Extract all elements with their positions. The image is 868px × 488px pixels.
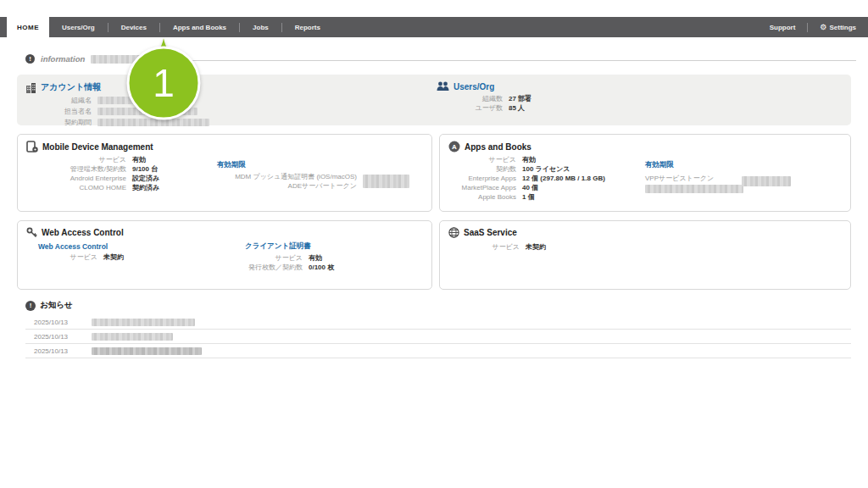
notice-item[interactable]: 2025/10/13 [25,315,851,330]
row-value: 未契約 [526,242,546,252]
redacted-value [92,333,173,341]
mdm-push-cert-label: MDM プッシュ通知証明書 (iOS/macOS) [217,173,357,182]
notices-list: 2025/10/13 2025/10/13 2025/10/13 [25,315,851,358]
row-value: 1 個 [522,192,535,202]
device-gear-icon [26,141,38,152]
row-user-count: ユーザ数 85 人 [437,103,531,113]
mdm-expiry-link[interactable]: 有効期限 [217,160,409,170]
info-balloon-icon: ! [25,54,35,64]
row-value: 40 個 [522,183,538,192]
mdm-expiry-section: 有効期限 MDM プッシュ通知証明書 (iOS/macOS) ADEサーバートー… [217,160,409,191]
row-value: 未契約 [103,252,124,262]
information-label: information [41,54,85,64]
tab-jobs[interactable]: Jobs [240,17,281,37]
users-org-title[interactable]: Users/Org [437,81,531,92]
row-label: MarketPlace Apps [448,183,522,192]
tab-home[interactable]: HOME [7,17,49,37]
marker-number: 1 [153,61,175,105]
row-value: 有効 [132,155,146,164]
apps-books-card-title: A Apps and Books [448,141,842,152]
building-icon [25,82,36,93]
row-label: サービス [448,155,522,164]
users-org-title-text: Users/Org [453,82,494,92]
row-label: 組織名 [25,96,97,105]
row-label: 担当者名 [25,107,97,116]
client-cert-section: クライアント証明書 サービス 有効 発行枚数／契約数 0/100 枚 [245,241,334,272]
notice-item[interactable]: 2025/10/13 [25,344,851,358]
row-label: ユーザ数 [437,103,509,113]
support-link[interactable]: Support [768,24,798,31]
mdm-card: Mobile Device Management サービス 有効 管理端末数/契… [17,134,432,212]
row-value: 100 ライセンス [522,164,570,174]
redacted-value [92,347,202,355]
row-label: Android Enterprise [26,174,132,183]
tab-reports[interactable]: Reports [282,17,333,37]
app-store-icon: A [448,141,460,152]
marker-balloon-icon: 1 [124,38,203,121]
cert-row-issued: 発行枚数／契約数 0/100 枚 [228,263,334,272]
row-label: Enterprise Apps [448,174,522,183]
row-label: サービス [228,253,309,263]
vpp-token-label: VPPサービストークン [645,174,743,183]
key-icon [26,227,37,238]
clomo-dashboard: HOME Users/Org Devices Apps and Books Jo… [0,0,868,488]
saas-row-service: サービス 未契約 [460,242,842,252]
account-info-title-text: アカウント情報 [41,81,101,93]
mdm-cert-labels: MDM プッシュ通知証明書 (iOS/macOS) ADEサーバートークン [217,173,357,191]
row-value: 12 個 (297.80 MB / 1.8 GB) [522,174,605,183]
ab-row-apple-books: Apple Books 1 個 [448,192,842,202]
top-nav: HOME Users/Org Devices Apps and Books Jo… [0,17,868,37]
wac-title-text: Web Access Control [42,228,124,237]
row-label: サービス [26,155,132,164]
row-label: 管理端末数/契約数 [26,164,132,174]
row-label: 契約数 [448,164,522,174]
redacted-value [363,175,409,188]
ab-expiry-section: 有効期限 VPPサービストークン [645,160,743,193]
redacted-value [645,185,743,193]
notice-date: 2025/10/13 [34,333,78,341]
ade-token-label: ADEサーバートークン [217,182,357,191]
row-label: サービス [38,252,103,262]
step-marker-1: 1 [124,38,203,121]
row-label: サービス [460,242,526,252]
nav-right-group: Support ⚙ Settings [768,17,868,37]
row-label: CLOMO HOME [26,183,132,192]
saas-card: SaaS Service サービス 未契約 [439,220,851,290]
row-value: 有効 [309,253,322,263]
ab-expiry-link[interactable]: 有効期限 [645,160,743,170]
tab-devices[interactable]: Devices [108,17,159,37]
mdm-card-title: Mobile Device Management [26,141,423,152]
wac-link[interactable]: Web Access Control [38,242,423,251]
users-org-rows: 組織数 27 部署 ユーザ数 85 人 [437,94,531,113]
settings-link[interactable]: ⚙ Settings [818,24,858,31]
saas-rows: サービス 未契約 [460,242,842,252]
row-value: 契約済み [132,183,159,192]
saas-card-title: SaaS Service [448,227,842,238]
svg-text:A: A [452,143,457,151]
gear-icon: ⚙ [820,24,826,31]
client-cert-link[interactable]: クライアント証明書 [245,241,334,252]
nav-divider [807,23,808,32]
mdm-title-text: Mobile Device Management [42,142,153,152]
row-value: 9/100 台 [132,164,158,174]
notice-date: 2025/10/13 [34,319,78,326]
notice-item[interactable]: 2025/10/13 [25,330,851,344]
users-org-section: Users/Org 組織数 27 部署 ユーザ数 85 人 [437,81,531,113]
notices-title-text: お知らせ [40,300,73,311]
apps-books-title-text: Apps and Books [465,142,531,152]
cert-row-service: サービス 有効 [228,253,334,263]
row-label: 発行枚数／契約数 [228,263,309,272]
redacted-value [92,319,195,326]
client-cert-rows: サービス 有効 発行枚数／契約数 0/100 枚 [228,253,334,272]
wac-card-title: Web Access Control [26,227,423,238]
tab-users-org[interactable]: Users/Org [49,17,108,37]
redacted-value [742,176,791,186]
mdm-cert-rows: MDM プッシュ通知証明書 (iOS/macOS) ADEサーバートークン [217,173,409,191]
wac-card: Web Access Control Web Access Control サー… [17,220,432,290]
row-value: 有効 [522,155,536,164]
row-value: 設定済み [132,174,159,183]
tab-apps-and-books[interactable]: Apps and Books [160,17,239,37]
users-icon [437,81,449,92]
settings-label: Settings [829,24,856,31]
notice-balloon-icon: ! [25,301,36,311]
